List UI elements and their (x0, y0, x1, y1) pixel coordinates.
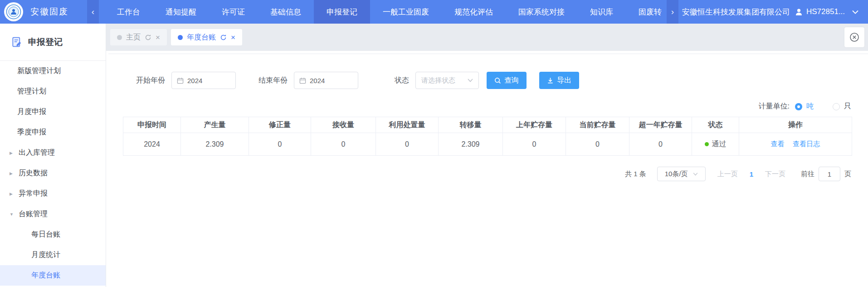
nav-item-knowledge-base[interactable]: 知识库 (577, 0, 626, 24)
refresh-icon[interactable] (145, 34, 151, 41)
table-row: 2024 2.309 0 0 0 2.309 0 0 0 (123, 133, 852, 156)
sidebar-item-daily-ledger[interactable]: 每日台账 (0, 224, 106, 245)
col-transferred: 转移量 (439, 117, 503, 133)
chevron-right-icon: ▶ (10, 192, 15, 196)
page-size-select[interactable]: 10条/页 (657, 167, 706, 181)
unit-selector: 计量单位: 吨 只 (123, 102, 851, 111)
start-year-input[interactable] (171, 72, 236, 89)
col-corrected: 修正量 (249, 117, 311, 133)
close-icon[interactable]: × (156, 34, 160, 41)
sidebar-item-management-plan[interactable]: 管理计划 (0, 81, 106, 102)
sidebar-item-new-management-plan[interactable]: 新版管理计划 (0, 61, 106, 81)
col-last-year-storage: 上年贮存量 (503, 117, 566, 133)
close-all-tabs-button[interactable] (844, 27, 864, 47)
company-name[interactable]: 安徽恒生科技发展集团有限公司 (682, 7, 790, 17)
sidebar-item-abnormal-declaration[interactable]: ▶异常申报 (0, 183, 106, 204)
tab-status-dot (117, 35, 122, 40)
total-count: 共 1 条 (625, 170, 646, 178)
sidebar-item-inventory-management[interactable]: ▶出入库管理 (0, 143, 106, 163)
unit-radio-ton[interactable]: 吨 (795, 102, 814, 111)
chevron-right-icon: ▶ (10, 171, 15, 176)
sidebar-header: 申报登记 (0, 24, 106, 61)
calendar-icon (177, 77, 184, 84)
pagination: 共 1 条 10条/页 上一页 1 下一页 前往 页 (123, 167, 851, 181)
annual-ledger-table: 申报时间 产生量 修正量 接收量 利用处置量 转移量 上年贮存量 当前贮存量 超… (123, 117, 852, 156)
col-over-one-year-storage: 超一年贮存量 (629, 117, 692, 133)
radio-selected-icon (795, 103, 802, 110)
status-dot-icon (705, 142, 709, 146)
refresh-icon[interactable] (220, 34, 227, 41)
current-page[interactable]: 1 (750, 170, 753, 178)
nav-scroll-right-button[interactable]: › (667, 0, 678, 24)
goto-unit: 页 (844, 170, 851, 178)
nav-item-basic-info[interactable]: 基础信息 (258, 0, 314, 24)
status-placeholder: 请选择状态 (421, 76, 455, 85)
status-badge: 通过 (692, 139, 739, 149)
download-icon (547, 77, 554, 84)
chevron-down-icon: ▼ (10, 212, 15, 217)
tab-status-dot (178, 35, 183, 40)
end-year-input[interactable] (294, 72, 358, 89)
sidebar-item-annual-ledger[interactable]: 年度台账 (0, 265, 106, 286)
sidebar-item-monthly-declaration[interactable]: 月度申报 (0, 102, 106, 122)
circle-close-icon (849, 32, 860, 43)
close-icon[interactable]: × (231, 34, 235, 41)
nav-item-general-industrial-waste[interactable]: 一般工业固废 (370, 0, 442, 24)
chevron-down-icon (693, 173, 698, 176)
unit-radio-piece[interactable]: 只 (833, 102, 851, 111)
calendar-icon (299, 77, 306, 84)
nav-item-notifications[interactable]: 通知提醒 (153, 0, 209, 24)
col-status: 状态 (692, 117, 739, 133)
tab-home[interactable]: 主页 × (110, 29, 167, 45)
nav-item-standardization-assessment[interactable]: 规范化评估 (442, 0, 506, 24)
view-log-link[interactable]: 查看日志 (793, 140, 820, 148)
col-actions: 操作 (739, 117, 852, 133)
user-dropdown-chevron-icon[interactable] (852, 10, 858, 14)
radio-unselected-icon (833, 103, 840, 110)
main-nav: 工作台 通知提醒 许可证 基础信息 申报登记 一般工业固废 规范化评估 国家系统… (104, 0, 667, 24)
brand-area: 安徽固废 (0, 2, 87, 21)
unit-label: 计量单位: (759, 102, 790, 111)
user-menu[interactable]: HS72851... (795, 7, 845, 16)
sidebar-item-ledger-management[interactable]: ▼台账管理 (0, 204, 106, 224)
status-select[interactable]: 请选择状态 (415, 72, 479, 89)
next-page-button[interactable]: 下一页 (765, 170, 785, 178)
end-year-label: 结束年份 (258, 76, 288, 85)
chevron-right-icon: ▶ (10, 151, 15, 155)
declaration-doc-icon (12, 37, 22, 47)
app-title: 安徽固废 (30, 6, 68, 18)
col-current-storage: 当前贮存量 (566, 117, 629, 133)
sidebar-item-quarterly-declaration[interactable]: 季度申报 (0, 122, 106, 143)
start-year-value[interactable] (187, 77, 230, 84)
tab-annual-ledger[interactable]: 年度台账 × (171, 29, 242, 45)
chevron-down-icon (468, 79, 473, 82)
col-generated: 产生量 (181, 117, 249, 133)
goto-page-input[interactable] (819, 167, 840, 181)
nav-item-declaration[interactable]: 申报登记 (314, 0, 370, 24)
table-header-row: 申报时间 产生量 修正量 接收量 利用处置量 转移量 上年贮存量 当前贮存量 超… (123, 117, 852, 133)
sidebar-item-history-data[interactable]: ▶历史数据 (0, 163, 106, 183)
sidebar-item-monthly-statistics[interactable]: 月度统计 (0, 245, 106, 265)
sidebar-menu: 新版管理计划 管理计划 月度申报 季度申报 ▶出入库管理 ▶历史数据 ▶异常申报… (0, 61, 106, 286)
user-id: HS72851... (806, 7, 845, 16)
page-body: 申报登记 新版管理计划 管理计划 月度申报 季度申报 ▶出入库管理 ▶历史数据 … (0, 24, 868, 287)
search-icon (494, 77, 501, 84)
prev-page-button[interactable]: 上一页 (717, 170, 738, 178)
sidebar-title: 申报登记 (28, 36, 63, 48)
nav-item-workbench[interactable]: 工作台 (104, 0, 153, 24)
col-utilized-disposed: 利用处置量 (376, 117, 439, 133)
start-year-label: 开始年份 (136, 76, 165, 85)
end-year-value[interactable] (310, 77, 353, 84)
app-window: 安徽固废 ‹ 工作台 通知提醒 许可证 基础信息 申报登记 一般工业固废 规范化… (0, 0, 868, 287)
col-declare-time: 申报时间 (123, 117, 181, 133)
sidebar: 申报登记 新版管理计划 管理计划 月度申报 季度申报 ▶出入库管理 ▶历史数据 … (0, 24, 106, 287)
search-button[interactable]: 查询 (487, 72, 527, 89)
view-link[interactable]: 查看 (771, 140, 785, 148)
tab-bar: 主页 × 年度台账 × (106, 24, 868, 51)
nav-item-national-system[interactable]: 国家系统对接 (506, 0, 577, 24)
content-panel: 开始年份 结束年份 状态 (106, 51, 868, 287)
export-button[interactable]: 导出 (539, 72, 579, 89)
nav-scroll-left-button[interactable]: ‹ (87, 0, 99, 24)
nav-item-license[interactable]: 许可证 (209, 0, 258, 24)
nav-item-waste-transfer[interactable]: 固废转 (626, 0, 667, 24)
